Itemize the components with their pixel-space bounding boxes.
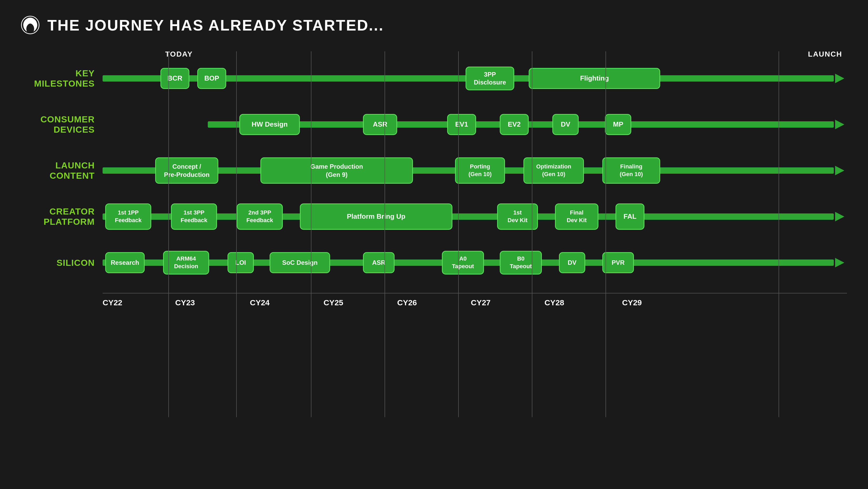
milestone-research: Research bbox=[105, 252, 145, 273]
page-container: THE JOURNEY HAS ALREADY STARTED... TODAY… bbox=[0, 0, 868, 489]
milestone-1pp-feedback: 1st 1PPFeedback bbox=[105, 203, 151, 230]
row-label-creator-platform: CREATOR PLATFORM bbox=[21, 206, 102, 227]
year-label-cy24: CY24 bbox=[250, 298, 270, 307]
row-label-launch-content: LAUNCH CONTENT bbox=[21, 160, 102, 181]
milestone-platform-bring-up: Platform Bring Up bbox=[300, 203, 453, 230]
milestone-bcr: BCR bbox=[160, 68, 189, 89]
row-label-consumer-devices: CONSUMER DEVICES bbox=[21, 114, 102, 135]
page-title: THE JOURNEY HAS ALREADY STARTED... bbox=[48, 16, 384, 34]
milestone-b0-tapeout: B0Tapeout bbox=[500, 251, 542, 275]
year-label-cy26: CY26 bbox=[397, 298, 417, 307]
row-label-key-milestones: KEY MILESTONES bbox=[21, 68, 102, 89]
rows-area: KEY MILESTONES BCR BOP 3PPDisclosure bbox=[21, 63, 847, 293]
row-track-creator-platform: 1st 1PPFeedback 1st 3PPFeedback 2nd 3PPF… bbox=[102, 201, 847, 232]
header: THE JOURNEY HAS ALREADY STARTED... bbox=[21, 16, 847, 34]
year-label-cy29: CY29 bbox=[622, 298, 642, 307]
bottom-hline bbox=[102, 293, 847, 293]
year-label-cy23: CY23 bbox=[175, 298, 195, 307]
vline-cy25 bbox=[384, 51, 385, 417]
milestone-ev2: EV2 bbox=[500, 114, 529, 135]
milestone-soc-design: SoC Design bbox=[270, 252, 330, 273]
row-launch-content: LAUNCH CONTENT Concept /Pre-Production G… bbox=[21, 155, 847, 186]
milestone-ev1: EV1 bbox=[447, 114, 476, 135]
milestone-2nd-3pp-feedback: 2nd 3PPFeedback bbox=[237, 203, 283, 230]
row-creator-platform: CREATOR PLATFORM 1st 1PPFeedback 1st 3PP… bbox=[21, 201, 847, 232]
milestone-silicon-asr: ASR bbox=[363, 252, 395, 273]
row-silicon: SILICON Research ARM64Decision LOI SoC D… bbox=[21, 247, 847, 279]
milestone-final-dev-kit: FinalDev Kit bbox=[555, 203, 598, 230]
milestone-hw-design: HW Design bbox=[239, 114, 300, 135]
milestone-finaling: Finaling(Gen 10) bbox=[602, 157, 660, 184]
vline-cy26 bbox=[458, 51, 459, 417]
row-track-launch-content: Concept /Pre-Production Game Production(… bbox=[102, 155, 847, 186]
milestone-a0-tapeout: A0Tapeout bbox=[442, 251, 484, 275]
milestone-consumer-asr: ASR bbox=[363, 114, 397, 135]
milestone-loi: LOI bbox=[227, 252, 254, 273]
vline-cy28 bbox=[606, 51, 606, 417]
milestone-arm64-decision: ARM64Decision bbox=[163, 251, 209, 275]
milestone-fal: FAL bbox=[616, 203, 644, 230]
milestone-flighting: Flighting bbox=[529, 68, 660, 89]
row-consumer-devices: CONSUMER DEVICES HW Design ASR EV1 EV2 bbox=[21, 109, 847, 140]
milestone-concept-preproduction: Concept /Pre-Production bbox=[155, 157, 218, 184]
milestone-mp: MP bbox=[605, 114, 631, 135]
year-label-cy28: CY28 bbox=[545, 298, 564, 307]
today-label: TODAY bbox=[165, 50, 193, 58]
xbox-logo-icon bbox=[21, 16, 39, 34]
vline-cy24 bbox=[311, 51, 311, 417]
milestone-porting: Porting(Gen 10) bbox=[455, 157, 505, 184]
year-label-cy25: CY25 bbox=[323, 298, 343, 307]
row-track-silicon: Research ARM64Decision LOI SoC Design AS… bbox=[102, 247, 847, 279]
milestone-pvr: PVR bbox=[602, 252, 634, 273]
timeline-wrapper: TODAY LAUNCH KEY MILESTONES BCR bbox=[21, 50, 847, 455]
row-track-consumer-devices: HW Design ASR EV1 EV2 DV MP bbox=[102, 109, 847, 140]
milestone-silicon-dv: DV bbox=[559, 252, 585, 273]
year-label-cy22: CY22 bbox=[102, 298, 122, 307]
milestone-1st-3pp-feedback: 1st 3PPFeedback bbox=[171, 203, 217, 230]
vline-today bbox=[168, 51, 169, 417]
milestone-game-production: Game Production(Gen 9) bbox=[260, 157, 413, 184]
vline-launch bbox=[779, 51, 779, 417]
milestone-consumer-dv: DV bbox=[552, 114, 579, 135]
row-key-milestones: KEY MILESTONES BCR BOP 3PPDisclosure bbox=[21, 63, 847, 94]
milestone-3pp-disclosure: 3PPDisclosure bbox=[466, 66, 514, 90]
vline-cy23 bbox=[236, 51, 237, 417]
vline-cy27 bbox=[532, 51, 532, 417]
row-label-silicon: SILICON bbox=[21, 258, 102, 268]
milestone-optimization: Optimization(Gen 10) bbox=[523, 157, 584, 184]
year-label-cy27: CY27 bbox=[471, 298, 491, 307]
row-track-key-milestones: BCR BOP 3PPDisclosure Flighting bbox=[102, 63, 847, 94]
launch-label: LAUNCH bbox=[808, 50, 842, 58]
milestone-bop: BOP bbox=[197, 68, 226, 89]
